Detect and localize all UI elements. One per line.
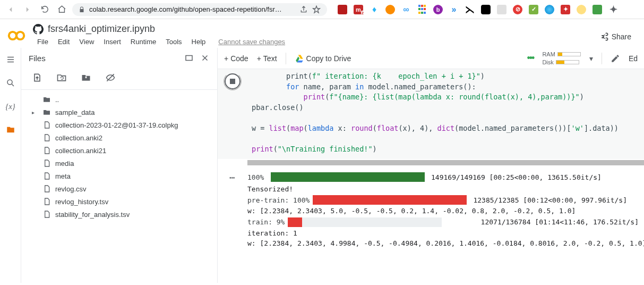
- hide-files-icon[interactable]: [105, 72, 116, 83]
- menu-help[interactable]: Help: [187, 36, 210, 48]
- file-icon: [42, 146, 52, 155]
- spinner-icon: [224, 72, 242, 90]
- ext-icon[interactable]: ∞: [401, 5, 411, 14]
- progress-label: train: 9%: [247, 218, 285, 226]
- ext-icon[interactable]: [385, 5, 395, 14]
- ext-icon[interactable]: ✦: [608, 5, 618, 14]
- ext-icon[interactable]: »: [449, 5, 459, 14]
- file-label: collection.anki21: [55, 147, 106, 155]
- file-item[interactable]: meta: [21, 170, 217, 182]
- menu-file[interactable]: File: [33, 36, 53, 48]
- notebook-area: +Code +Text Copy to Drive ••• RAM Disk ▾…: [218, 48, 644, 283]
- folder-item[interactable]: ▸sample_data: [21, 106, 217, 119]
- resource-meter[interactable]: RAM Disk: [542, 51, 580, 66]
- svg-point-2: [7, 80, 12, 85]
- file-item[interactable]: collection-2023-01-22@01-37-19.colpkg: [21, 119, 217, 131]
- variables-icon[interactable]: {x}: [5, 101, 16, 112]
- extension-icons: m2 ♦ ∞ b » ⋋ ⊘ ✓ ✦ ✦: [338, 5, 618, 14]
- ext-icon[interactable]: [593, 5, 602, 14]
- progress-stats: 12385/12385 [00:12<00:00, 997.96it/s]: [473, 196, 627, 204]
- menu-tools[interactable]: Tools: [161, 36, 186, 48]
- add-text-button[interactable]: +Text: [257, 54, 277, 63]
- url-bar[interactable]: colab.research.google.com/github/open-sp…: [72, 3, 327, 16]
- ext-icon[interactable]: [545, 5, 554, 14]
- ext-icon[interactable]: ♦: [370, 5, 379, 14]
- colab-logo-icon: [6, 26, 27, 46]
- ext-icon[interactable]: ✓: [529, 5, 538, 14]
- file-icon: [42, 133, 52, 142]
- file-item[interactable]: collection.anki21: [21, 144, 217, 157]
- notebook-title[interactable]: fsrs4anki_optimizer.ipynb: [48, 23, 155, 35]
- file-icon: [42, 210, 52, 219]
- output-text: w: [2.2384, 2.3403, 4.9984, -0.5, -0.498…: [218, 238, 639, 249]
- forward-button[interactable]: [21, 3, 34, 16]
- file-label: meta: [55, 172, 71, 180]
- output-menu-icon[interactable]: ⋯: [218, 172, 247, 183]
- progress-bar: [313, 195, 467, 205]
- ext-icon[interactable]: ⋋: [465, 5, 475, 14]
- code-content[interactable]: print(f" iteration: {k epoch_len + i + 1…: [247, 69, 639, 159]
- file-label: collection-2023-01-22@01-37-19.colpkg: [55, 121, 178, 129]
- file-label: revlog_history.tsv: [55, 198, 108, 206]
- padlock-icon: [79, 6, 85, 13]
- star-icon[interactable]: [312, 5, 321, 14]
- output-text: w: [2.2384, 2.3403, 5.0, -0.5, -0.5, 0.2…: [218, 206, 639, 216]
- ext-icon[interactable]: ✦: [561, 5, 570, 14]
- home-button[interactable]: [55, 3, 68, 16]
- progress-stats: 12071/136784 [01:14<11:46, 176.52it/s]: [481, 218, 639, 226]
- ext-icon[interactable]: ⊘: [513, 5, 522, 14]
- menu-view[interactable]: View: [75, 36, 98, 48]
- ext-icon[interactable]: b: [433, 5, 443, 14]
- ext-icon[interactable]: [417, 5, 427, 14]
- file-item[interactable]: ..: [21, 93, 217, 106]
- file-label: sample_data: [55, 108, 95, 116]
- file-item[interactable]: collection.anki2: [21, 131, 217, 144]
- file-label: stability_for_analysis.tsv: [55, 211, 130, 219]
- upload-icon[interactable]: [32, 72, 42, 83]
- files-title: Files: [29, 54, 46, 63]
- share-url-icon[interactable]: [299, 5, 308, 14]
- file-item[interactable]: revlog_history.tsv: [21, 195, 217, 208]
- file-item[interactable]: revlog.csv: [21, 182, 217, 195]
- ext-icon[interactable]: [577, 5, 586, 14]
- busy-indicator-icon: •••: [527, 53, 534, 64]
- colab-header: fsrs4anki_optimizer.ipynb File Edit View…: [0, 19, 644, 48]
- toc-icon[interactable]: [5, 54, 16, 65]
- add-code-button[interactable]: +Code: [224, 54, 248, 63]
- progress-label: pre-train: 100%: [247, 196, 310, 204]
- edit-pencil-icon[interactable]: [611, 54, 620, 63]
- files-icon[interactable]: [5, 124, 16, 135]
- horizontal-scrollbar[interactable]: [247, 160, 644, 165]
- file-item[interactable]: media: [21, 157, 217, 170]
- menu-runtime[interactable]: Runtime: [126, 36, 160, 48]
- notebook-toolbar: +Code +Text Copy to Drive ••• RAM Disk ▾…: [218, 48, 644, 69]
- share-button[interactable]: Share: [595, 28, 636, 46]
- search-icon[interactable]: [5, 78, 16, 88]
- ext-icon[interactable]: [338, 5, 347, 14]
- mount-drive-icon[interactable]: [81, 72, 91, 83]
- back-button[interactable]: [4, 3, 17, 16]
- progress-pct: 100%: [247, 173, 268, 181]
- svg-rect-3: [186, 56, 192, 61]
- reload-button[interactable]: [38, 3, 51, 16]
- new-window-icon[interactable]: [184, 53, 194, 63]
- files-panel: Files ..▸sample_datacollection-2023-01-2…: [21, 48, 218, 283]
- code-cell[interactable]: print(f" iteration: {k epoch_len + i + 1…: [218, 69, 644, 159]
- ext-icon[interactable]: m2: [354, 5, 363, 14]
- file-label: ..: [55, 96, 59, 104]
- refresh-folder-icon[interactable]: [56, 72, 67, 83]
- folder-icon: [42, 108, 52, 116]
- menu-insert[interactable]: Insert: [99, 36, 125, 48]
- folder-up-icon: [42, 95, 52, 104]
- file-item[interactable]: stability_for_analysis.tsv: [21, 208, 217, 221]
- dropdown-icon[interactable]: ▾: [589, 54, 593, 63]
- file-icon: [42, 197, 52, 206]
- ext-icon[interactable]: [481, 5, 491, 14]
- close-panel-icon[interactable]: [200, 53, 210, 63]
- menu-edit[interactable]: Edit: [54, 36, 74, 48]
- copy-to-drive-button[interactable]: Copy to Drive: [295, 54, 351, 63]
- progress-bar: [288, 217, 442, 227]
- ext-icon[interactable]: [497, 5, 506, 14]
- output-text: iteration: 1: [218, 228, 639, 239]
- github-icon: [33, 24, 44, 35]
